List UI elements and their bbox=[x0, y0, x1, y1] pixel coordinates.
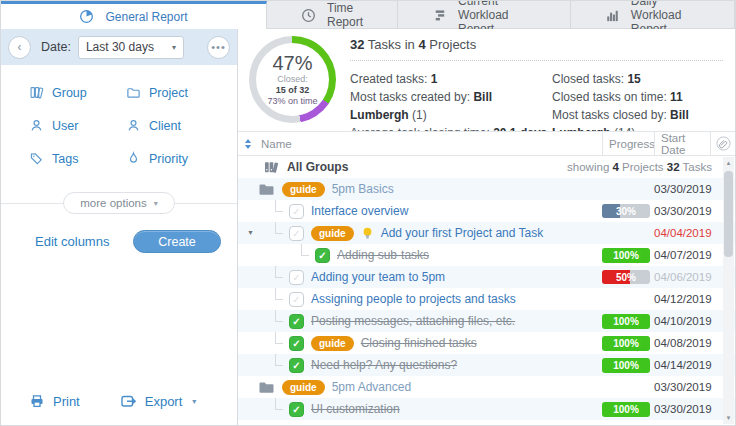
date-range-select[interactable]: Last 30 days ▾ bbox=[78, 36, 184, 59]
table-row[interactable]: All Groupsshowing 4 Projects 32 Tasks bbox=[238, 156, 735, 178]
filter-label: User bbox=[52, 119, 78, 133]
printer-icon bbox=[29, 393, 45, 409]
table-row[interactable]: ✓Assigning people to projects and tasks … bbox=[238, 288, 735, 310]
task-checkbox[interactable]: ✓ bbox=[289, 204, 304, 219]
task-checkbox[interactable]: ✓ bbox=[289, 314, 304, 329]
task-name[interactable]: UI customization bbox=[311, 402, 400, 416]
progress-cell: 100% bbox=[602, 336, 654, 351]
guide-badge: guide bbox=[282, 182, 325, 197]
tab-daily-workload-report[interactable]: Daily Workload Report bbox=[571, 1, 735, 29]
donut-closed-detail: 15 of 32 bbox=[276, 85, 310, 96]
sort-icon[interactable] bbox=[245, 139, 251, 149]
filter-label: Priority bbox=[149, 152, 188, 166]
name-cell: ✓Assigning people to projects and tasks bbox=[238, 288, 602, 310]
column-start-date[interactable]: Start Date bbox=[654, 132, 710, 155]
chevron-down-icon: ▾ bbox=[154, 199, 158, 208]
tab-current-workload-report[interactable]: Current Workload Report bbox=[398, 1, 571, 29]
name-cell: guide5pm Advanced bbox=[238, 376, 602, 398]
progress-cell: 30% bbox=[602, 204, 654, 218]
scroll-up-icon[interactable]: ▲ bbox=[726, 160, 732, 166]
stat-line: Created tasks: 1 bbox=[350, 70, 552, 88]
column-name[interactable]: Name bbox=[261, 138, 292, 150]
task-name[interactable]: Posting messages, attaching files, etc. bbox=[311, 314, 515, 328]
showing-summary: showing 4 Projects 32 Tasks bbox=[567, 161, 602, 173]
task-name[interactable]: Need help? Any questions? bbox=[311, 358, 457, 372]
column-progress[interactable]: Progress bbox=[602, 132, 654, 155]
sidebar: ‹ Date: Last 30 days ▾ ••• Group Project… bbox=[1, 29, 238, 425]
task-table-body: All Groupsshowing 4 Projects 32 Tasks gu… bbox=[238, 156, 735, 425]
progress-cell: 100% bbox=[602, 314, 654, 329]
scroll-down-icon[interactable]: ▼ bbox=[726, 415, 732, 421]
tab-general-report[interactable]: General Report bbox=[1, 1, 267, 30]
task-name[interactable]: Adding sub-tasks bbox=[337, 248, 429, 262]
task-checkbox[interactable]: ✓ bbox=[289, 292, 304, 307]
more-actions-button[interactable]: ••• bbox=[207, 36, 230, 59]
filter-link-priority[interactable]: Priority bbox=[126, 151, 223, 166]
task-name[interactable]: Interface overview bbox=[311, 204, 408, 218]
create-button[interactable]: Create bbox=[133, 230, 221, 253]
name-cell: ✓Posting messages, attaching files, etc. bbox=[238, 310, 602, 332]
guide-badge: guide bbox=[311, 336, 354, 351]
edit-columns-link[interactable]: Edit columns bbox=[35, 234, 109, 249]
table-row[interactable]: ▼ ✓guideAdd your first Project and Task … bbox=[238, 222, 735, 244]
filter-link-client[interactable]: Client bbox=[126, 118, 223, 133]
name-cell: ✓Interface overview bbox=[238, 200, 602, 222]
table-row[interactable]: ✓UI customization 100% 03/30/2019 bbox=[238, 398, 735, 420]
filter-link-tags[interactable]: Tags bbox=[29, 151, 126, 166]
filter-link-project[interactable]: Project bbox=[126, 85, 223, 100]
table-row[interactable]: ✓Interface overview 30% 03/30/2019 bbox=[238, 200, 735, 222]
task-checkbox[interactable]: ✓ bbox=[289, 226, 304, 241]
clock-icon bbox=[301, 8, 316, 23]
daily-bars-icon bbox=[605, 8, 620, 23]
task-checkbox[interactable]: ✓ bbox=[289, 270, 304, 285]
collapse-icon[interactable]: ▼ bbox=[247, 229, 254, 236]
table-row[interactable]: guide5pm Basics 03/30/2019 bbox=[238, 178, 735, 200]
tree-connector bbox=[275, 222, 283, 234]
group-name[interactable]: All Groups bbox=[287, 160, 348, 174]
tab-label: Time Report bbox=[327, 1, 363, 29]
pie-chart-icon bbox=[79, 9, 94, 24]
task-name[interactable]: Closing finished tasks bbox=[361, 336, 477, 350]
start-date: 03/30/2019 bbox=[654, 381, 710, 393]
filter-label: Client bbox=[149, 119, 181, 133]
paperclip-icon[interactable] bbox=[710, 132, 735, 155]
table-row[interactable]: ✓Adding your team to 5pm 50% 04/06/2019 bbox=[238, 266, 735, 288]
filter-link-user[interactable]: User bbox=[29, 118, 126, 133]
name-cell: ✓UI customization bbox=[238, 398, 602, 420]
user-icon bbox=[29, 118, 44, 133]
table-row[interactable]: ✓guideClosing finished tasks 100% 04/08/… bbox=[238, 332, 735, 354]
task-checkbox[interactable]: ✓ bbox=[289, 336, 304, 351]
name-cell: ✓guideAdd your first Project and Task bbox=[238, 222, 602, 244]
client-icon bbox=[126, 118, 141, 133]
task-name[interactable]: Add your first Project and Task bbox=[381, 226, 544, 240]
vertical-scrollbar[interactable]: ▲ ▼ bbox=[723, 157, 734, 424]
task-checkbox[interactable]: ✓ bbox=[315, 248, 330, 263]
filter-link-group[interactable]: Group bbox=[29, 85, 126, 100]
start-date: 04/06/2019 bbox=[654, 271, 710, 283]
chevron-down-icon: ▾ bbox=[192, 397, 196, 406]
stat-line: Closed tasks: 15 bbox=[552, 70, 723, 88]
table-row[interactable]: guide5pm Advanced 03/30/2019 bbox=[238, 376, 735, 398]
print-button[interactable]: Print bbox=[29, 393, 80, 409]
name-cell: ✓Adding your team to 5pm bbox=[238, 266, 602, 288]
project-name[interactable]: 5pm Basics bbox=[332, 182, 394, 196]
scrollbar-thumb[interactable] bbox=[724, 171, 733, 257]
progress-value: 50% bbox=[602, 270, 650, 284]
back-button[interactable]: ‹ bbox=[8, 36, 31, 59]
summary-title: 32 Tasks in 4 Projects bbox=[350, 37, 723, 61]
name-cell: All Groupsshowing 4 Projects 32 Tasks bbox=[238, 156, 602, 178]
task-checkbox[interactable]: ✓ bbox=[289, 358, 304, 373]
task-name[interactable]: Adding your team to 5pm bbox=[311, 270, 445, 284]
table-row[interactable]: ✓Posting messages, attaching files, etc.… bbox=[238, 310, 735, 332]
tree-connector bbox=[301, 244, 309, 256]
chevron-down-icon: ▾ bbox=[172, 43, 176, 52]
start-date: 04/08/2019 bbox=[654, 337, 710, 349]
task-checkbox[interactable]: ✓ bbox=[289, 402, 304, 417]
table-row[interactable]: ✓Adding sub-tasks 100% 04/07/2019 bbox=[238, 244, 735, 266]
project-name[interactable]: 5pm Advanced bbox=[332, 380, 411, 394]
more-options-button[interactable]: more options ▾ bbox=[63, 192, 175, 214]
tab-time-report[interactable]: Time Report bbox=[267, 1, 398, 29]
export-button[interactable]: Export ▾ bbox=[120, 393, 197, 409]
table-row[interactable]: ✓Need help? Any questions? 100% 04/14/20… bbox=[238, 354, 735, 376]
task-name[interactable]: Assigning people to projects and tasks bbox=[311, 292, 516, 306]
